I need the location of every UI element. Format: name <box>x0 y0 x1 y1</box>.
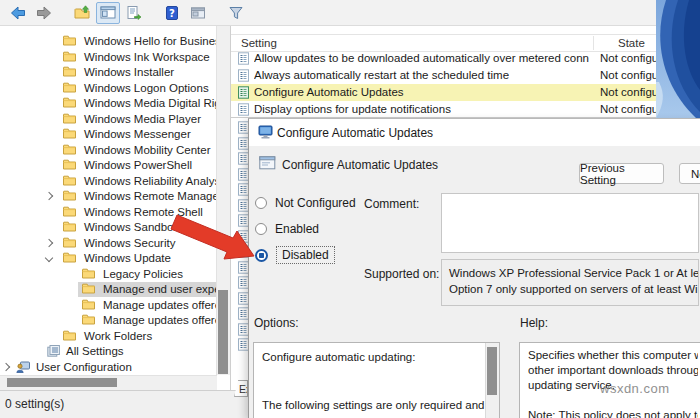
radio-icon[interactable] <box>255 223 267 235</box>
help-icon[interactable]: ? <box>160 2 184 24</box>
tree-item-label: Windows Ink Workspace <box>84 51 210 63</box>
setting-state: Not configured <box>600 52 656 64</box>
tree-item-manage-end-user-experie[interactable]: Manage end user experie <box>0 282 217 297</box>
setting-row-configure-automatic-updates[interactable]: Configure Automatic UpdatesNot configure… <box>231 84 656 101</box>
options-scrollbar[interactable] <box>485 343 499 418</box>
tree-item-windows-remote-shell[interactable]: Windows Remote Shell <box>0 205 217 220</box>
dialog-title: Configure Automatic Updates <box>277 126 433 140</box>
folder-icon <box>63 190 76 203</box>
tree-horizontal-scrollbar[interactable] <box>0 375 217 390</box>
tree-item-label: Windows Messenger <box>84 128 191 140</box>
tree-item-windows-update[interactable]: Windows Update <box>0 251 217 266</box>
radio-enabled[interactable]: Enabled <box>255 221 319 237</box>
svg-text:?: ? <box>169 8 175 19</box>
chevron-right-icon[interactable] <box>45 192 53 200</box>
tree-item-windows-hello-for-business[interactable]: Windows Hello for Business <box>0 34 217 49</box>
forward-icon[interactable] <box>32 2 56 24</box>
filter-icon[interactable] <box>224 2 248 24</box>
tree-item-label: Windows Installer <box>84 66 174 78</box>
setting-label: Allow updates to be downloaded automatic… <box>254 52 589 64</box>
tree-horizontal-scrollbar-thumb[interactable] <box>7 378 117 387</box>
help-line: Specifies whether this computer will rec <box>528 348 698 363</box>
tree-item-work-folders[interactable]: Work Folders <box>0 329 217 344</box>
tree-item-windows-powershell[interactable]: Windows PowerShell <box>0 158 217 173</box>
setting-label: Always automatically restart at the sche… <box>254 69 509 81</box>
tree-item-manage-updates-offered[interactable]: Manage updates offered <box>0 313 217 328</box>
policy-icon <box>238 52 249 67</box>
radio-selected-icon[interactable] <box>255 249 268 262</box>
next-setting-button[interactable]: Next Setting <box>679 163 700 184</box>
all-settings-icon <box>47 345 60 359</box>
tree-item-windows-media-player[interactable]: Windows Media Player <box>0 112 217 127</box>
folder-icon <box>63 97 76 110</box>
tree-item-label: Windows Logon Options <box>84 82 209 94</box>
setting-row-allow-updates-to-be-downloaded-automatic[interactable]: Allow updates to be downloaded automatic… <box>231 50 656 67</box>
tree-item-label: Windows Security <box>84 237 175 249</box>
show-window-icon[interactable] <box>186 2 210 24</box>
setting-row-display-options-for-update-notifications[interactable]: Display options for update notifications… <box>231 101 656 118</box>
options-scrollbar-thumb[interactable] <box>487 347 497 395</box>
console-tree-panel: Windows Hello for BusinessWindows Ink Wo… <box>0 26 231 390</box>
options-label: Options: <box>254 316 299 330</box>
tree-vertical-scrollbar-thumb[interactable] <box>218 290 228 374</box>
chevron-right-icon[interactable] <box>45 238 53 246</box>
tab-extended-label: Extended <box>239 383 248 395</box>
folder-icon <box>82 299 95 312</box>
tree-item-windows-sandbox[interactable]: Windows Sandbox <box>0 220 217 235</box>
help-panel[interactable]: Specifies whether this computer will rec… <box>519 342 700 418</box>
policy-icon <box>238 103 249 118</box>
tree-item-user-configuration[interactable]: User Configuration <box>0 360 217 375</box>
toolbar: ? <box>0 0 656 26</box>
gpedit-window: ? Windows Hello for BusinessWindows Ink … <box>0 0 700 418</box>
folder-icon <box>63 252 76 265</box>
up-one-level-icon[interactable] <box>70 2 94 24</box>
tree-item-windows-security[interactable]: Windows Security <box>0 236 217 251</box>
help-label: Help: <box>520 316 548 330</box>
tree-item-windows-messenger[interactable]: Windows Messenger <box>0 127 217 142</box>
tree-item-manage-updates-offered[interactable]: Manage updates offered <box>0 298 217 313</box>
column-divider[interactable] <box>593 36 594 50</box>
back-icon[interactable] <box>6 2 30 24</box>
policy-name: Configure Automatic Updates <box>282 158 438 172</box>
tree-item-windows-logon-options[interactable]: Windows Logon Options <box>0 81 217 96</box>
supported-on-label: Supported on: <box>364 267 439 281</box>
tree-item-windows-installer[interactable]: Windows Installer <box>0 65 217 80</box>
show-console-tree-icon[interactable] <box>96 2 120 24</box>
status-text: 0 setting(s) <box>5 397 64 411</box>
policy-dialog: Configure Automatic Updates Configure Au… <box>248 118 700 418</box>
tree-item-windows-media-digital-righ[interactable]: Windows Media Digital Righ <box>0 96 217 111</box>
column-header-setting[interactable]: Setting <box>241 37 277 49</box>
tree-item-label: User Configuration <box>36 361 132 373</box>
monitor-icon <box>258 125 274 142</box>
export-list-icon[interactable] <box>122 2 146 24</box>
radio-not-configured[interactable]: Not Configured <box>255 195 356 211</box>
setting-label: Display options for update notifications <box>254 103 451 115</box>
column-header-state[interactable]: State <box>618 37 645 49</box>
tree-item-windows-ink-workspace[interactable]: Windows Ink Workspace <box>0 50 217 65</box>
tree-item-label: Manage end user experie <box>103 283 217 295</box>
tree-item-windows-remote-managem[interactable]: Windows Remote Managem <box>0 189 217 204</box>
tree-item-windows-mobility-center[interactable]: Windows Mobility Center <box>0 143 217 158</box>
radio-icon[interactable] <box>255 197 267 209</box>
folder-icon <box>63 237 76 250</box>
previous-setting-button[interactable]: Previous Setting <box>579 163 664 184</box>
folder-icon <box>82 268 95 281</box>
tree-item-label: Windows Reliability Analysis <box>84 175 217 187</box>
tree-vertical-scrollbar[interactable] <box>216 26 230 375</box>
tree-item-label: Windows Media Player <box>84 113 201 125</box>
comment-label: Comment: <box>364 197 419 211</box>
tree-item-legacy-policies[interactable]: Legacy Policies <box>0 267 217 282</box>
folder-icon <box>63 159 76 172</box>
tree-item-label: Work Folders <box>84 330 152 342</box>
radio-label: Disabled <box>276 246 335 264</box>
setting-label: Configure Automatic Updates <box>254 86 404 98</box>
comment-input[interactable] <box>441 193 699 253</box>
dialog-title-bar: Configure Automatic Updates <box>249 119 700 146</box>
setting-row-always-automatically-restart-at-the-sche[interactable]: Always automatically restart at the sche… <box>231 67 656 84</box>
chevron-down-icon[interactable] <box>45 254 53 262</box>
chevron-right-icon[interactable] <box>2 362 10 370</box>
radio-disabled[interactable]: Disabled <box>255 247 335 263</box>
tree-item-label: Windows Update <box>84 252 171 264</box>
tree-item-windows-reliability-analysis[interactable]: Windows Reliability Analysis <box>0 174 217 189</box>
tree-item-all-settings[interactable]: All Settings <box>0 344 217 359</box>
